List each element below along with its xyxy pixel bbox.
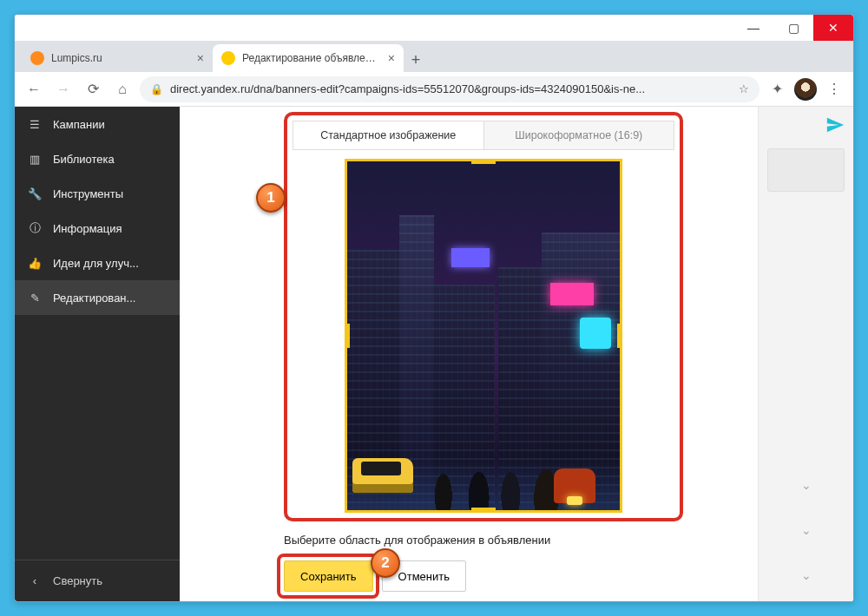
nav-forward-button[interactable]: → [51,77,76,102]
window-titlebar: — ▢ ✕ [15,15,853,41]
annotation-box-1: 1 Стандартное изображение Широкоформатно… [284,112,683,521]
app-sidebar: ☰ Кампании ▥ Библиотека 🔧 Инструменты ⓘ … [15,107,180,601]
sidebar-item-label: Редактирован... [53,292,135,305]
menu-icon: ☰ [27,118,43,131]
browser-window: — ▢ ✕ Lumpics.ru × Редактирование объявл… [14,14,854,602]
sidebar-item-ideas[interactable]: 👍 Идеи для улуч... [15,246,180,280]
image-crop-area[interactable] [345,159,622,513]
action-button-row: 2 Сохранить Отменить [284,560,758,592]
sidebar-item-label: Кампании [53,118,105,131]
nav-back-button[interactable]: ← [22,77,46,102]
save-button[interactable]: Сохранить [284,560,373,592]
annotation-badge-1: 1 [256,183,286,213]
tab-title: Редактирование объявлений [242,52,381,64]
page-content: ☰ Кампании ▥ Библиотека 🔧 Инструменты ⓘ … [15,107,853,601]
profile-avatar[interactable] [794,78,817,101]
image-format-tabs: Стандартное изображение Широкоформатное … [293,121,674,150]
thumb-up-icon: 👍 [27,257,43,270]
crop-handle-left[interactable] [345,324,350,348]
image-crop-hint: Выберите область для отображения в объяв… [284,534,758,547]
extensions-button[interactable]: ✦ [765,77,789,102]
browser-tab-direct[interactable]: Редактирование объявлений × [213,44,404,72]
wrench-icon: 🔧 [27,187,43,200]
main-panel: 1 Стандартное изображение Широкоформатно… [180,107,758,601]
sidebar-item-library[interactable]: ▥ Библиотека [15,141,180,176]
window-close-button[interactable]: ✕ [813,15,853,41]
books-icon: ▥ [27,153,43,166]
tab-close-icon[interactable]: × [197,51,204,65]
nav-reload-button[interactable]: ⟳ [81,77,105,102]
sidebar-collapse-button[interactable]: ‹ Свернуть [15,560,180,601]
sidebar-item-tools[interactable]: 🔧 Инструменты [15,176,180,211]
send-icon[interactable] [825,115,845,138]
annotation-badge-2: 2 [371,548,400,578]
image-tab-wide[interactable]: Широкоформатное (16:9) [483,121,675,150]
tab-strip: Lumpics.ru × Редактирование объявлений ×… [15,41,853,72]
sidebar-item-label: Идеи для улуч... [53,257,139,270]
rail-card[interactable] [767,148,845,192]
crop-handle-top[interactable] [471,159,496,164]
tab-close-icon[interactable]: × [388,51,395,65]
crop-handle-right[interactable] [617,324,622,348]
chevron-down-icon[interactable]: ⌄ [767,513,845,547]
address-bar: ← → ⟳ ⌂ 🔒 direct.yandex.ru/dna/banners-e… [15,72,853,107]
sidebar-item-label: Библиотека [53,153,115,166]
chevron-down-icon[interactable]: ⌄ [767,558,845,593]
tab-title: Lumpics.ru [51,52,190,64]
chevron-down-icon[interactable]: ⌄ [767,468,845,502]
info-icon: ⓘ [27,220,43,236]
sidebar-item-label: Информация [53,222,122,235]
favicon-icon [221,51,235,65]
browser-menu-button[interactable]: ⋮ [822,77,846,102]
lock-icon: 🔒 [150,83,163,95]
ad-image-preview [347,161,620,510]
window-maximize-button[interactable]: ▢ [773,15,813,41]
favicon-icon [30,51,44,65]
browser-tab-lumpics[interactable]: Lumpics.ru × [22,44,213,72]
sidebar-item-edit[interactable]: ✎ Редактирован... [15,280,180,315]
sidebar-item-label: Инструменты [53,187,123,200]
crop-handle-bottom[interactable] [471,508,496,513]
nav-home-button[interactable]: ⌂ [110,77,135,102]
pencil-icon: ✎ [27,292,43,305]
sidebar-item-info[interactable]: ⓘ Информация [15,211,180,246]
sidebar-collapse-label: Свернуть [53,574,102,587]
image-tab-standard[interactable]: Стандартное изображение [293,121,483,150]
bookmark-star-icon[interactable]: ☆ [739,82,749,95]
url-text: direct.yandex.ru/dna/banners-edit?campai… [170,82,732,95]
new-tab-button[interactable]: + [404,48,428,72]
window-minimize-button[interactable]: — [733,15,773,41]
right-nav-rail: ⌄ ⌄ ⌄ [758,107,853,601]
sidebar-item-campaigns[interactable]: ☰ Кампании [15,107,180,141]
url-input[interactable]: 🔒 direct.yandex.ru/dna/banners-edit?camp… [140,76,760,102]
chevron-left-icon: ‹ [27,574,43,587]
